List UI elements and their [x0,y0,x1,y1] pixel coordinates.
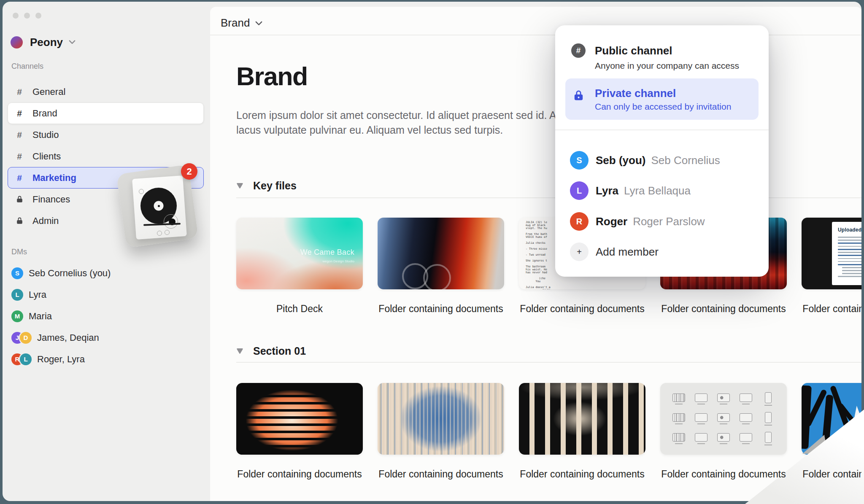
window-controls [13,13,41,19]
sidebar-item-brand[interactable]: # Brand [8,102,204,124]
document-title: Uploaded Agreem [838,227,861,233]
avatar: L [20,353,32,365]
hash-icon: # [14,108,24,119]
hash-icon: # [14,173,24,183]
card-art-subtitle: wegon Design Studio [300,259,354,263]
file-card-pitch-deck[interactable]: We Came Back wegon Design Studio [236,218,363,289]
card-label: Folder containing documents [802,303,861,315]
member-row-lyra[interactable]: L Lyra Lyra Bellaqua [555,178,769,203]
avatar: R [570,212,589,231]
chevron-down-icon [255,21,262,26]
private-channel-title: Private channel [595,87,676,100]
card-label: Folder containing documents [378,469,504,480]
channels-section-label: Channels [11,62,43,71]
dm-item-seb[interactable]: S Seb Cornelius (you) [8,262,204,284]
plus-icon [570,243,589,261]
document-preview: Uploaded Agreem [832,222,861,285]
dm-item-maria[interactable]: M Maria [8,305,204,327]
close-window-button[interactable] [13,13,19,19]
public-channel-subtitle: Anyone in your company can access [595,61,739,71]
workspace-avatar [11,36,23,49]
hash-icon: # [14,87,24,97]
card-label: Pitch Deck [236,303,363,315]
channel-list: # General # Brand # Studio # Clients # [3,81,210,232]
folder-card[interactable] [236,383,363,455]
add-member-button[interactable]: Add member [555,239,769,264]
description-line: lacus vulputate pulvinar eu. Aliquam vel… [236,123,576,137]
dm-item-roger-lyra[interactable]: R L Roger, Lyra [8,348,204,370]
avatar: M [11,310,23,322]
document-text-lines [838,237,861,277]
sidebar-item-general[interactable]: # General [8,81,204,102]
chevron-down-icon [69,40,76,44]
page-description: Lorem ipsum dolor sit amet consectetur. … [236,108,576,137]
public-channel-title: Public channel [595,44,672,57]
sidebar: Peony Channels # General # Brand # Studi… [3,2,210,501]
collapse-triangle-icon [236,183,243,189]
folder-card[interactable] [660,383,787,455]
ring-graphic [423,264,451,289]
sidebar-item-finances[interactable]: Finances [8,189,204,210]
workspace-switcher[interactable]: Peony [3,30,210,54]
screen: Peony Channels # General # Brand # Studi… [0,0,864,504]
card-label: Folder containing documents [519,303,645,315]
card-label: Folder containing documents [236,469,363,480]
dm-item-james-deqian[interactable]: J D James, Deqian [8,327,204,348]
lock-icon [572,89,585,102]
section-header-section-01[interactable]: Section 01 [236,344,306,358]
member-row-seb[interactable]: S Seb (you) Seb Cornelius [555,148,769,173]
divider [236,362,861,363]
lock-icon [14,217,24,225]
avatar: D [20,332,32,344]
dm-list: S Seb Cornelius (you) L Lyra M Maria J D… [3,262,210,370]
hash-icon [571,43,586,58]
card-label: Folder containing documents [519,469,645,480]
breadcrumb-label: Brand [221,16,250,30]
dms-section-label: DMs [11,248,27,256]
sidebar-item-marketing[interactable]: # Marketing [8,167,204,189]
lock-icon [14,195,24,203]
folder-card[interactable]: Uploaded Agreem [802,218,861,289]
avatar: L [11,289,23,301]
private-channel-subtitle: Can only be accessed by invitation [595,102,731,112]
hash-icon: # [14,151,24,162]
minimize-window-button[interactable] [24,13,30,19]
card-label: Folder containing documents [660,303,787,315]
folder-card[interactable] [378,383,504,455]
member-row-roger[interactable]: R Roger Roger Parslow [555,209,769,234]
card-label: Folder containing documents [802,469,861,480]
workspace-name: Peony [30,36,63,49]
dm-item-lyra[interactable]: L Lyra [8,284,204,305]
hash-icon: # [14,130,24,140]
card-label: Folder containing documents [378,303,504,315]
zoom-window-button[interactable] [35,13,41,19]
avatar: S [11,267,23,279]
folder-card[interactable] [519,383,645,455]
divider [555,129,769,130]
avatar: L [570,181,589,200]
sidebar-item-studio[interactable]: # Studio [8,124,204,146]
breadcrumb[interactable]: Brand [221,16,262,30]
card-art-title: We Came Back [300,248,354,257]
sidebar-item-clients[interactable]: # Clients [8,146,204,167]
folder-card[interactable] [378,218,504,289]
channel-visibility-popup: Public channel Anyone in your company ca… [555,25,769,277]
description-line: Lorem ipsum dolor sit amet consectetur. … [236,108,576,123]
section-header-key-files[interactable]: Key files [236,179,297,192]
avatar: S [570,151,589,170]
collapse-triangle-icon [236,348,243,354]
unread-count-badge: 2 [181,163,197,180]
page-title: Brand [236,62,308,91]
card-label: Folder containing documents [660,469,787,480]
sidebar-item-admin[interactable]: Admin [8,210,204,232]
